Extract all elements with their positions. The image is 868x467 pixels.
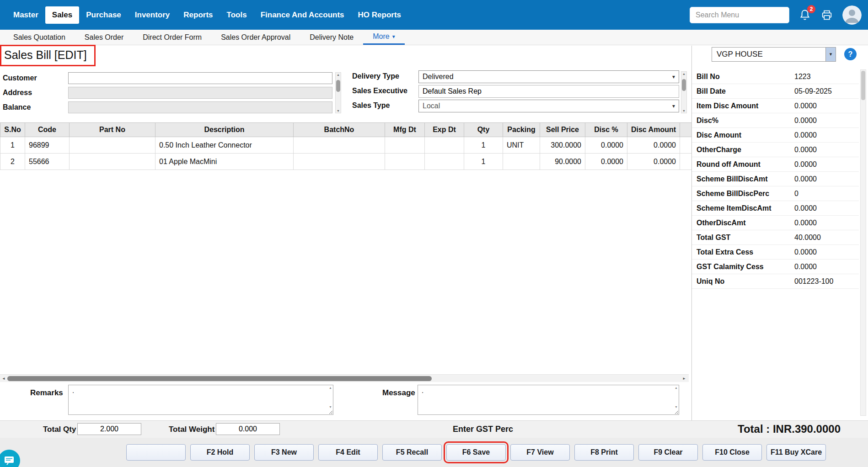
nav-item[interactable]: HO Reports xyxy=(351,6,408,24)
cell-description[interactable]: 0.50 Inch Leather Connector xyxy=(155,137,294,154)
footer: Total Qty Total Weight Enter GST Perc To… xyxy=(0,420,868,467)
print-button[interactable] xyxy=(820,9,833,21)
fkey-button[interactable]: F9 Clear xyxy=(638,444,698,461)
scroll-thumb[interactable] xyxy=(682,79,686,91)
column-header: Code xyxy=(25,123,70,137)
cell-part-no[interactable] xyxy=(70,154,155,170)
table-row[interactable]: 2 55666 01 Apple MacMini 1 90.0000 0.000… xyxy=(0,154,692,170)
scroll-down-icon[interactable]: ▼ xyxy=(336,109,341,112)
nav-item[interactable]: Inventory xyxy=(128,6,177,24)
cell-part-no[interactable] xyxy=(70,137,155,154)
message-textarea[interactable]: . xyxy=(418,385,679,414)
cell-mfg-dt[interactable] xyxy=(385,154,425,170)
vertical-scrollbar[interactable]: ▲ ▼ xyxy=(335,72,341,113)
fkey-button[interactable]: F6 Save xyxy=(446,444,506,461)
cell-exp-dt[interactable] xyxy=(425,137,464,154)
nav-item[interactable]: Sales xyxy=(45,6,79,24)
fkey-button[interactable]: F2 Hold xyxy=(190,444,250,461)
summary-label: Item Disc Amount xyxy=(697,102,794,110)
nav-item[interactable]: Reports xyxy=(177,6,220,24)
scroll-down-icon[interactable]: ▼ xyxy=(329,405,332,409)
notifications-button[interactable]: 2 xyxy=(798,9,811,21)
fkey-button[interactable] xyxy=(126,444,186,461)
tab[interactable]: Direct Order Form xyxy=(133,30,211,45)
avatar[interactable] xyxy=(842,5,862,25)
cell-description[interactable]: 01 Apple MacMini xyxy=(155,154,294,170)
status-text: Enter GST Perc xyxy=(453,425,513,434)
summary-value: 40.0000 xyxy=(794,234,821,242)
cell-sno[interactable]: 2 xyxy=(0,154,25,170)
customer-input[interactable] xyxy=(68,72,332,84)
cell-filler xyxy=(680,137,692,154)
cell-code[interactable]: 55666 xyxy=(25,154,70,170)
fkey-button[interactable]: F5 Recall xyxy=(382,444,442,461)
tab[interactable]: Sales Order Approval xyxy=(211,30,300,45)
cell-disc-amount[interactable]: 0.0000 xyxy=(627,154,680,170)
fkey-button[interactable]: F10 Close xyxy=(702,444,762,461)
cell-qty[interactable]: 1 xyxy=(464,154,503,170)
fkey-button[interactable]: F4 Edit xyxy=(318,444,378,461)
help-button[interactable]: ? xyxy=(844,48,857,60)
scroll-up-icon[interactable]: ▲ xyxy=(329,386,332,389)
scroll-right-icon[interactable]: ► xyxy=(680,375,688,382)
tab[interactable]: Delivery Note xyxy=(300,30,363,45)
cell-mfg-dt[interactable] xyxy=(385,137,425,154)
total-weight-label: Total Weight xyxy=(169,425,214,434)
total-weight-input[interactable] xyxy=(216,423,280,435)
tab[interactable]: Sales Quotation xyxy=(4,30,75,45)
cell-code[interactable]: 96899 xyxy=(25,137,70,154)
print-icon xyxy=(820,9,833,21)
scroll-thumb[interactable] xyxy=(7,376,432,381)
cell-disc-perc[interactable]: 0.0000 xyxy=(585,154,627,170)
search-input[interactable] xyxy=(690,7,789,23)
scroll-up-icon[interactable]: ▲ xyxy=(675,386,678,389)
scroll-up-icon[interactable]: ▲ xyxy=(681,72,686,75)
horizontal-scrollbar[interactable]: ◄ ► xyxy=(0,374,689,382)
summary-row: Round off Amount 0.0000 xyxy=(692,157,859,172)
cell-sell-price[interactable]: 300.0000 xyxy=(540,137,585,154)
tab[interactable]: Sales Order xyxy=(75,30,133,45)
scroll-down-icon[interactable]: ▼ xyxy=(681,109,686,112)
summary-label: Scheme ItemDiscAmt xyxy=(697,204,794,212)
scroll-thumb[interactable] xyxy=(336,80,340,92)
cell-sell-price[interactable]: 90.0000 xyxy=(540,154,585,170)
address-input xyxy=(68,87,332,99)
fkey-button[interactable]: F11 Buy XCare xyxy=(766,444,826,461)
summary-value: 0.0000 xyxy=(794,117,817,125)
sales-type-value: Local xyxy=(423,102,440,110)
table-row[interactable]: 1 96899 0.50 Inch Leather Connector 1 UN… xyxy=(0,137,692,154)
fkey-button[interactable]: F3 New xyxy=(254,444,314,461)
cell-disc-amount[interactable]: 0.0000 xyxy=(627,137,680,154)
cell-sno[interactable]: 1 xyxy=(0,137,25,154)
cell-packing[interactable]: UNIT xyxy=(503,137,540,154)
chevron-down-icon[interactable]: ▾ xyxy=(825,48,836,61)
sales-type-select[interactable]: Local ▾ xyxy=(418,100,679,112)
scroll-up-icon[interactable]: ▲ xyxy=(336,73,341,76)
vertical-scrollbar[interactable]: ▲ ▼ xyxy=(681,71,687,113)
nav-item[interactable]: Master xyxy=(6,6,45,24)
cell-batch-no[interactable] xyxy=(294,137,385,154)
sales-executive-input[interactable] xyxy=(418,85,679,98)
scroll-thumb[interactable] xyxy=(861,71,865,100)
cell-exp-dt[interactable] xyxy=(425,154,464,170)
fkey-button[interactable]: F7 View xyxy=(510,444,570,461)
cell-disc-perc[interactable]: 0.0000 xyxy=(585,137,627,154)
cell-packing[interactable] xyxy=(503,154,540,170)
nav-item[interactable]: Purchase xyxy=(79,6,128,24)
nav-item[interactable]: Finance And Accounts xyxy=(254,6,351,24)
topnav-right: 2 xyxy=(690,5,862,25)
delivery-type-select[interactable]: Delivered ▾ xyxy=(418,70,679,83)
vertical-scrollbar[interactable] xyxy=(860,69,866,416)
total-qty-input[interactable] xyxy=(77,423,141,435)
bill-entry-area: Sales Bill [EDIT] Customer Address Balan… xyxy=(0,46,691,420)
cell-qty[interactable]: 1 xyxy=(464,137,503,154)
scroll-left-icon[interactable]: ◄ xyxy=(0,375,7,382)
nav-item[interactable]: Tools xyxy=(220,6,254,24)
tab-more[interactable]: More ▾ xyxy=(363,30,404,45)
remarks-field: . ▲ ▼ xyxy=(68,385,333,415)
remarks-textarea[interactable]: . xyxy=(69,385,333,414)
cell-batch-no[interactable] xyxy=(294,154,385,170)
branch-select[interactable]: VGP HOUSE ▾ xyxy=(712,47,836,62)
fkey-button[interactable]: F8 Print xyxy=(574,444,634,461)
scroll-down-icon[interactable]: ▼ xyxy=(675,405,678,409)
